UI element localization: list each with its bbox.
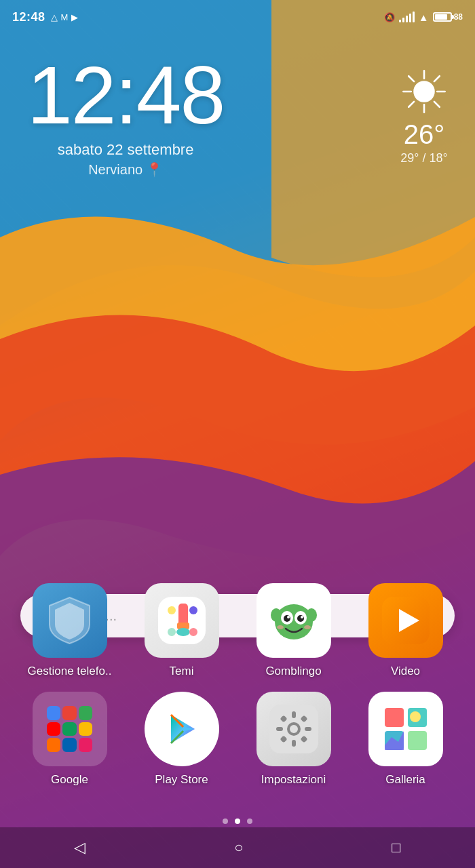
svg-point-31 <box>304 625 311 629</box>
app-row-2: Google <box>14 692 461 787</box>
svg-rect-39 <box>292 740 296 747</box>
app-icon-temi <box>145 583 219 658</box>
weather-sun-icon <box>400 68 448 115</box>
svg-rect-50 <box>408 731 427 750</box>
notification-icon-1: M <box>61 12 69 22</box>
svg-point-21 <box>275 604 313 639</box>
status-notification-icons: △ M ▶ <box>51 12 79 22</box>
nav-home-button[interactable]: ○ <box>214 832 263 863</box>
app-label-video: Video <box>391 665 420 678</box>
svg-line-5 <box>434 102 440 107</box>
app-label-playstore: Play Store <box>155 773 208 787</box>
svg-point-17 <box>189 606 197 614</box>
app-video[interactable]: Video <box>358 583 453 678</box>
app-grid: Gestione telefo.. Temi <box>0 583 475 800</box>
app-icon-gestione <box>33 583 107 658</box>
weather-range: 29° / 18° <box>400 151 447 165</box>
app-label-google: Google <box>51 773 88 787</box>
svg-rect-41 <box>305 727 311 731</box>
weather-widget: 26° 29° / 18° <box>400 68 448 165</box>
app-icon-gomblingo <box>256 583 331 658</box>
clock-location: Nerviano 📍 <box>27 161 224 178</box>
app-label-temi: Temi <box>170 665 194 678</box>
svg-line-7 <box>408 102 414 107</box>
svg-point-23 <box>306 608 317 622</box>
page-dot-2[interactable] <box>247 818 252 824</box>
svg-line-6 <box>434 76 440 81</box>
svg-point-18 <box>168 628 176 636</box>
app-galleria[interactable]: Galleria <box>358 692 453 787</box>
svg-point-28 <box>287 616 290 618</box>
status-bar: 12:48 △ M ▶ 🔕 ▲ 88 <box>0 0 475 34</box>
clock-time: 12:48 <box>27 54 224 136</box>
app-icon-galleria <box>368 692 443 766</box>
app-label-gomblingo: Gomblingo <box>265 665 321 678</box>
mute-icon: 🔕 <box>384 12 395 22</box>
svg-point-27 <box>297 615 304 622</box>
app-impostazioni[interactable]: Impostazioni <box>246 692 341 787</box>
svg-point-37 <box>290 725 298 733</box>
status-time: 12:48 <box>12 10 45 24</box>
app-temi[interactable]: Temi <box>134 583 229 678</box>
nav-bar: ◁ ○ □ <box>0 827 475 868</box>
app-icon-playstore <box>145 692 219 766</box>
clock-widget: 12:48 sabato 22 settembre Nerviano 📍 26° <box>0 54 475 178</box>
svg-rect-38 <box>292 711 296 718</box>
svg-rect-47 <box>385 708 404 727</box>
notification-icon-0: △ <box>51 12 58 22</box>
location-icon: 📍 <box>146 161 163 178</box>
status-right: 🔕 ▲ 88 <box>384 12 463 23</box>
svg-rect-40 <box>276 727 283 731</box>
app-gomblingo[interactable]: Gomblingo <box>246 583 341 678</box>
status-left: 12:48 △ M ▶ <box>12 10 78 24</box>
app-row-1: Gestione telefo.. Temi <box>14 583 461 678</box>
app-icon-impostazioni <box>256 692 331 766</box>
nav-back-button[interactable]: ◁ <box>54 832 106 863</box>
app-gestione-telefono[interactable]: Gestione telefo.. <box>22 583 117 678</box>
battery-percent: 88 <box>454 12 463 22</box>
clock-date: sabato 22 settembre <box>27 141 224 159</box>
app-google-folder[interactable]: Google <box>22 692 117 787</box>
nav-recents-button[interactable]: □ <box>371 832 421 863</box>
svg-point-29 <box>301 616 303 618</box>
svg-point-22 <box>271 608 282 622</box>
page-dot-0[interactable] <box>223 818 228 824</box>
clock-left: 12:48 sabato 22 settembre Nerviano 📍 <box>27 54 224 178</box>
svg-point-16 <box>168 606 176 614</box>
signal-icon <box>399 12 415 22</box>
app-icon-google-folder <box>33 692 107 766</box>
page-indicator <box>0 818 475 824</box>
app-label-galleria: Galleria <box>385 773 425 787</box>
app-label-impostazioni: Impostazioni <box>261 773 326 787</box>
page-dot-1[interactable] <box>235 818 240 824</box>
svg-point-15 <box>176 628 190 636</box>
app-label-gestione: Gestione telefo.. <box>28 665 112 678</box>
battery-icon: 88 <box>433 12 463 22</box>
notification-icon-2: ▶ <box>71 12 78 22</box>
svg-point-30 <box>277 625 284 629</box>
svg-point-52 <box>410 711 421 722</box>
svg-line-4 <box>408 76 414 81</box>
svg-point-26 <box>284 615 290 622</box>
app-icon-video <box>368 583 443 658</box>
app-play-store[interactable]: Play Store <box>134 692 229 787</box>
wifi-icon: ▲ <box>419 12 429 23</box>
svg-point-8 <box>413 81 435 102</box>
svg-point-19 <box>189 628 197 636</box>
weather-current-temp: 26° <box>404 119 445 150</box>
